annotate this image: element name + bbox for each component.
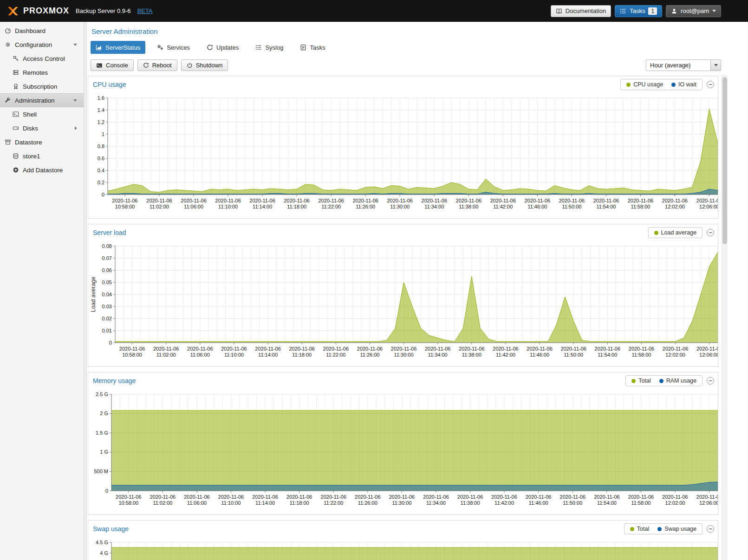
legend-item-total[interactable]: Total (631, 378, 650, 384)
svg-text:11:14:00: 11:14:00 (258, 352, 278, 358)
scrollbar-thumb[interactable] (722, 77, 727, 244)
tasks-badge: 1 (648, 7, 657, 15)
tasks-button[interactable]: Tasks 1 (615, 5, 662, 17)
memory-usage-chart: 0500 M1 G1.5 G2 G2.5 G2020-11-0610:58:00… (88, 389, 718, 514)
svg-text:2020-11-06: 2020-11-06 (119, 346, 145, 352)
svg-text:2020-11-06: 2020-11-06 (422, 198, 447, 203)
svg-text:12:06:00: 12:06:00 (699, 500, 718, 506)
svg-text:2020-11-06: 2020-11-06 (594, 494, 619, 500)
timeframe-select[interactable]: Hour (average) (646, 59, 721, 71)
legend-dot (626, 83, 631, 87)
svg-text:2020-11-06: 2020-11-06 (255, 346, 280, 352)
sidebar-item-dashboard[interactable]: Dashboard (0, 24, 84, 38)
select-trigger[interactable] (710, 60, 721, 71)
legend-item-io-wait[interactable]: IO wait (671, 81, 696, 88)
svg-text:0: 0 (109, 340, 112, 345)
svg-text:11:10:00: 11:10:00 (224, 352, 244, 358)
legend-item-total[interactable]: Total (630, 526, 649, 532)
database-icon (13, 153, 19, 159)
svg-text:12:06:00: 12:06:00 (699, 352, 718, 358)
svg-text:11:42:00: 11:42:00 (493, 204, 513, 209)
collapse-icon[interactable] (707, 377, 714, 384)
svg-text:4.5 G: 4.5 G (96, 540, 108, 545)
sidebar-item-configuration[interactable]: Configuration (0, 38, 84, 52)
sidebar-item-add-datastore[interactable]: Add Datastore (0, 163, 84, 177)
chevron-down-icon[interactable] (73, 44, 77, 46)
svg-text:0.08: 0.08 (102, 243, 112, 249)
tasks-icon (300, 44, 306, 51)
sidebar-item-access-control[interactable]: Access Control (0, 52, 84, 65)
sidebar-item-datastore[interactable]: Datastore (0, 135, 84, 149)
legend-dot (654, 231, 658, 235)
legend-item-swap-usage[interactable]: Swap usage (657, 526, 696, 532)
vertical-scrollbar[interactable] (722, 75, 728, 560)
svg-text:2020-11-06: 2020-11-06 (491, 494, 517, 500)
refresh-icon (207, 44, 213, 51)
svg-text:2020-11-06: 2020-11-06 (116, 494, 141, 500)
svg-text:2020-11-06: 2020-11-06 (389, 494, 415, 500)
svg-text:11:30:00: 11:30:00 (392, 500, 411, 506)
user-menu-button[interactable]: root@pam (666, 5, 721, 17)
svg-text:11:06:00: 11:06:00 (190, 352, 210, 358)
tab-syslog[interactable]: Syslog (250, 41, 288, 54)
book-icon (556, 8, 562, 14)
tab-updates[interactable]: Updates (202, 41, 244, 54)
svg-text:0.06: 0.06 (102, 267, 112, 273)
legend-item-ram-usage[interactable]: RAM usage (659, 378, 696, 384)
svg-text:11:06:00: 11:06:00 (184, 204, 203, 209)
svg-text:2020-11-06: 2020-11-06 (425, 346, 450, 352)
product-version: Backup Server 0.9-6 (76, 7, 131, 14)
svg-text:11:22:00: 11:22:00 (324, 500, 343, 506)
chevron-down-icon (712, 10, 716, 12)
user-icon (671, 8, 677, 14)
svg-text:10:58:00: 10:58:00 (122, 352, 142, 358)
legend-item-load-average[interactable]: Load average (654, 229, 696, 236)
svg-text:0.03: 0.03 (102, 304, 112, 309)
documentation-button[interactable]: Documentation (551, 5, 611, 17)
tab-serverstatus[interactable]: ServerStatus (91, 41, 145, 54)
brand: PROXMOX Backup Server 0.9-6 BETA (7, 6, 153, 17)
reboot-button[interactable]: Reboot (137, 59, 177, 71)
collapse-icon[interactable] (707, 229, 714, 236)
svg-text:11:34:00: 11:34:00 (426, 500, 446, 506)
svg-text:2020-11-06: 2020-11-06 (357, 346, 383, 352)
console-button[interactable]: Console (91, 59, 134, 71)
sidebar-item-store1[interactable]: store1 (0, 149, 84, 163)
sidebar-item-disks[interactable]: Disks (0, 121, 84, 135)
svg-text:2020-11-06: 2020-11-06 (456, 198, 481, 203)
sidebar-item-administration[interactable]: Administration (0, 93, 84, 107)
sidebar-item-subscription[interactable]: Subscription (0, 79, 84, 93)
svg-text:2020-11-06: 2020-11-06 (662, 198, 688, 203)
chart-legend: CPU usage IO wait (620, 79, 702, 90)
chevron-down-icon (714, 64, 718, 66)
svg-text:11:06:00: 11:06:00 (187, 500, 207, 506)
legend-item-cpu-usage[interactable]: CPU usage (626, 81, 663, 88)
gears-icon (5, 41, 11, 48)
svg-text:2020-11-06: 2020-11-06 (527, 346, 552, 352)
collapse-icon[interactable] (707, 525, 714, 533)
svg-text:2020-11-06: 2020-11-06 (663, 346, 688, 352)
panel-header: Server load Load average (88, 224, 718, 241)
svg-text:1.2: 1.2 (98, 119, 104, 125)
svg-text:11:02:00: 11:02:00 (156, 352, 176, 358)
svg-text:2.5 G: 2.5 G (96, 391, 108, 397)
svg-text:11:22:00: 11:22:00 (326, 352, 345, 358)
chevron-right-icon[interactable] (75, 126, 77, 130)
sidebar-item-remotes[interactable]: Remotes (0, 65, 84, 79)
chevron-down-icon[interactable] (73, 99, 77, 102)
svg-text:11:34:00: 11:34:00 (428, 352, 448, 358)
tab-services[interactable]: Services (152, 41, 195, 54)
beta-link[interactable]: BETA (137, 7, 153, 14)
svg-text:11:18:00: 11:18:00 (290, 500, 309, 506)
svg-text:11:50:00: 11:50:00 (562, 204, 581, 209)
terminal-icon (13, 111, 19, 117)
svg-text:2020-11-06: 2020-11-06 (187, 346, 213, 352)
shutdown-button[interactable]: Shutdown (181, 59, 228, 71)
svg-text:500 M: 500 M (94, 469, 108, 474)
svg-text:1.6: 1.6 (98, 95, 104, 101)
tab-tasks[interactable]: Tasks (295, 41, 330, 54)
svg-text:2020-11-06: 2020-11-06 (526, 494, 551, 500)
svg-text:2020-11-06: 2020-11-06 (423, 494, 449, 500)
sidebar-item-shell[interactable]: Shell (0, 107, 84, 121)
collapse-icon[interactable] (707, 81, 714, 88)
